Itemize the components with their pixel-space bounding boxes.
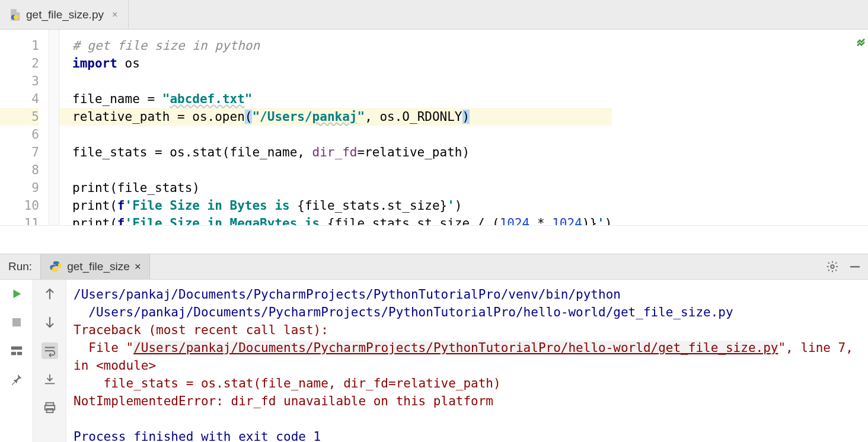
line-number: 4: [0, 90, 39, 108]
svg-rect-3: [850, 266, 860, 268]
traceback-file-link[interactable]: /Users/pankaj/Documents/PycharmProjects/…: [133, 341, 778, 355]
code-line[interactable]: print(f'File Size in MegaBytes is {file_…: [72, 214, 612, 225]
code-area[interactable]: # get file size in pythonimport osfile_n…: [59, 30, 612, 225]
console-command-arg: /Users/pankaj/Documents/PycharmProjects/…: [74, 305, 733, 319]
code-line[interactable]: [72, 72, 612, 90]
code-line[interactable]: # get file size in python: [72, 37, 612, 55]
code-line[interactable]: file_name = "abcdef.txt": [72, 90, 612, 108]
console-command: /Users/pankaj/Documents/PycharmProjects/…: [74, 287, 621, 302]
file-tab-label: get_file_size.py: [26, 8, 104, 21]
run-panel-header: Run: get_file_size ×: [0, 254, 868, 280]
code-line[interactable]: print(file_stats): [72, 179, 612, 197]
line-number: 10: [0, 197, 39, 214]
line-number: 11: [0, 214, 39, 225]
gear-icon[interactable]: [823, 257, 842, 276]
traceback-source: file_stats = os.stat(file_name, dir_fd=r…: [74, 376, 501, 390]
code-line[interactable]: import os: [72, 55, 612, 72]
gutter-separator: [49, 30, 59, 225]
code-line[interactable]: [72, 161, 612, 179]
scroll-to-end-icon[interactable]: [42, 371, 58, 387]
line-number-gutter: 1234567891011: [0, 30, 49, 225]
python-file-icon: [8, 8, 21, 21]
run-tool-column-left: [0, 280, 33, 442]
inspection-health-icon[interactable]: [856, 37, 866, 46]
svg-rect-6: [11, 352, 15, 355]
down-arrow-icon[interactable]: [42, 314, 58, 331]
print-icon[interactable]: [42, 399, 58, 416]
line-number: 3: [0, 72, 39, 90]
process-exit: Process finished with exit code 1: [74, 430, 321, 442]
svg-point-1: [14, 15, 18, 20]
soft-wrap-icon[interactable]: [42, 342, 58, 359]
editor-tabbar: get_file_size.py ×: [0, 0, 868, 30]
traceback-file-prefix: File ": [74, 341, 133, 355]
python-icon: [49, 260, 62, 273]
line-number: 6: [0, 126, 39, 143]
code-line[interactable]: file_stats = os.stat(file_name, dir_fd=r…: [72, 143, 612, 161]
close-icon[interactable]: ×: [135, 260, 141, 273]
close-icon[interactable]: ×: [112, 9, 117, 20]
run-config-tab[interactable]: get_file_size ×: [40, 254, 150, 279]
traceback-error: NotImplementedError: dir_fd unavailable …: [74, 394, 493, 408]
line-number: 9: [0, 179, 39, 197]
svg-rect-5: [11, 347, 21, 350]
code-line[interactable]: relative_path = os.open("/Users/pankaj",…: [59, 108, 612, 126]
rerun-button[interactable]: [8, 286, 25, 302]
code-editor[interactable]: 1234567891011 # get file size in pythoni…: [0, 30, 868, 225]
line-number: 1: [0, 37, 39, 55]
code-line[interactable]: print(f'File Size in Bytes is {file_stat…: [72, 197, 612, 214]
svg-rect-4: [12, 318, 21, 326]
svg-point-2: [831, 265, 834, 268]
console-output[interactable]: /Users/pankaj/Documents/PycharmProjects/…: [66, 280, 868, 442]
line-number: 7: [0, 143, 39, 161]
pin-icon[interactable]: [8, 371, 25, 387]
file-tab[interactable]: get_file_size.py ×: [0, 0, 129, 29]
traceback-header: Traceback (most recent call last):: [74, 323, 328, 337]
run-panel-body: /Users/pankaj/Documents/PycharmProjects/…: [0, 280, 868, 442]
stop-button[interactable]: [8, 314, 25, 331]
minimize-icon[interactable]: [845, 257, 864, 276]
run-config-name: get_file_size: [67, 260, 130, 273]
line-number: 5: [0, 108, 39, 126]
up-arrow-icon[interactable]: [42, 286, 58, 302]
layout-button[interactable]: [8, 342, 25, 359]
code-line[interactable]: [72, 126, 612, 143]
panel-splitter[interactable]: [0, 225, 868, 254]
run-tool-column-right: [33, 280, 66, 442]
run-panel-label: Run:: [0, 260, 40, 273]
line-number: 2: [0, 55, 39, 72]
line-number: 8: [0, 161, 39, 179]
svg-rect-7: [17, 352, 21, 355]
